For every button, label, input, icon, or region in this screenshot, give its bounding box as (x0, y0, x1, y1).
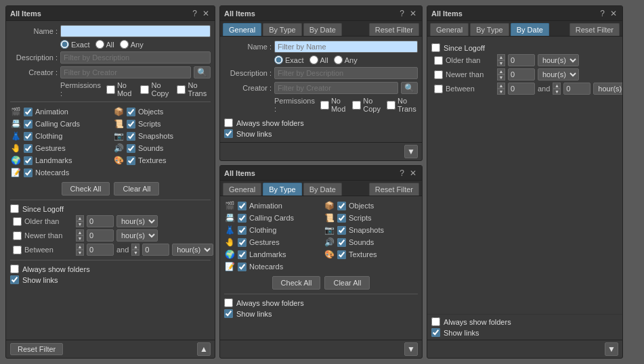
panel1-newer-than-checkbox[interactable] (13, 231, 22, 240)
panel1-show-links-checkbox[interactable] (10, 275, 19, 284)
tab-bytype-bydate[interactable]: By Date (303, 183, 342, 196)
panel2-show-links-checkbox[interactable] (224, 129, 233, 138)
panel3-between-down2[interactable]: ▼ (553, 89, 561, 95)
panel3-older-input[interactable] (508, 54, 535, 66)
panel2-cat-objects-checkbox[interactable] (337, 202, 346, 210)
panel2-cat-textures-checkbox[interactable] (337, 250, 346, 259)
panel3-between-input2[interactable] (563, 83, 591, 95)
panel2-cat-calling-cards[interactable]: 📇 Calling Cards (224, 212, 318, 223)
panel2-cat-gestures-checkbox[interactable] (238, 238, 246, 247)
panel1-cat-textures-checkbox[interactable] (127, 156, 135, 165)
panel1-radio-exact[interactable]: Exact (60, 40, 90, 49)
panel2-cat-notecards-checkbox[interactable] (238, 263, 246, 271)
panel3-between-up1[interactable]: ▲ (497, 83, 505, 89)
tab-general-bytype[interactable]: By Type (263, 23, 302, 36)
panel3-newer-hours-select[interactable]: hour(s) (538, 68, 579, 81)
panel1-between-checkbox[interactable] (13, 246, 22, 254)
panel2-always-show-checkbox[interactable] (224, 118, 233, 127)
panel1-help-button[interactable]: ? (191, 9, 198, 18)
panel2-nocopy-label[interactable]: No Copy (352, 97, 383, 113)
panel2-general-help-button[interactable]: ? (398, 9, 406, 18)
panel1-since-logoff-checkbox[interactable] (10, 204, 19, 213)
panel1-check-all-button[interactable]: Check All (62, 182, 110, 196)
panel1-between-hours-select[interactable]: hour(s) (172, 244, 213, 256)
panel2-cat-calling-checkbox[interactable] (238, 214, 246, 223)
panel2-cat-sounds[interactable]: 🔊 Sounds (324, 237, 418, 248)
panel2-cat-textures[interactable]: 🎨 Textures (324, 249, 418, 260)
panel1-cat-animation-checkbox[interactable] (24, 108, 33, 116)
tab-bytype-reset[interactable]: Reset Filter (369, 183, 419, 196)
panel1-between-up1[interactable]: ▲ (76, 244, 84, 250)
panel3-between-input1[interactable] (508, 83, 535, 95)
panel1-older-than-checkbox[interactable] (13, 217, 22, 226)
panel2-cat-animation[interactable]: 🎬 Animation (224, 200, 318, 211)
panel1-reset-filter-button[interactable]: Reset Filter (10, 343, 63, 355)
panel1-cat-scripts-checkbox[interactable] (127, 120, 135, 129)
panel3-older-than-checkbox[interactable] (434, 56, 443, 65)
panel1-description-input[interactable] (60, 51, 211, 64)
panel2-cat-landmarks-checkbox[interactable] (238, 250, 246, 259)
panel1-radio-all[interactable]: All (95, 40, 114, 49)
panel3-older-up[interactable]: ▲ (497, 54, 505, 60)
panel1-cat-gestures-checkbox[interactable] (24, 144, 33, 153)
panel1-cat-notecards-checkbox[interactable] (24, 168, 33, 177)
panel2-description-input[interactable] (274, 67, 418, 79)
panel1-radio-any[interactable]: Any (120, 40, 144, 49)
panel2-cat-snapshots-checkbox[interactable] (337, 226, 346, 235)
panel1-older-input[interactable] (87, 215, 114, 227)
panel1-collapse-button[interactable]: ▲ (197, 342, 211, 356)
tab-bydate-bydate[interactable]: By Date (511, 23, 549, 36)
panel2-cat-scripts-checkbox[interactable] (337, 214, 346, 223)
panel1-cat-calling-checkbox[interactable] (24, 120, 33, 129)
panel1-close-button[interactable]: ✕ (201, 9, 211, 18)
tab-bydate-bytype[interactable]: By Type (470, 23, 509, 36)
panel3-always-show-checkbox[interactable] (431, 317, 440, 326)
panel1-nomod-label[interactable]: No Mod (106, 81, 137, 97)
panel2-check-all-button[interactable]: Check All (272, 276, 321, 290)
panel3-between-down1[interactable]: ▼ (497, 89, 505, 95)
panel1-notrans-label[interactable]: No Trans (177, 81, 211, 97)
panel1-between-input2[interactable] (142, 244, 169, 256)
panel2-name-input[interactable] (274, 41, 418, 53)
panel1-between-up2[interactable]: ▲ (131, 244, 139, 250)
panel3-newer-up[interactable]: ▲ (497, 68, 505, 74)
panel1-search-button[interactable]: 🔍 (194, 66, 211, 78)
panel2-notrans-label[interactable]: No Trans (387, 97, 418, 113)
panel2-bytype-collapse-button[interactable]: ▼ (404, 342, 418, 356)
panel1-nocopy-label[interactable]: No Copy (140, 81, 173, 97)
tab-bytype-general[interactable]: General (223, 183, 261, 196)
panel1-cat-scripts[interactable]: 📜 Scripts (113, 118, 211, 129)
panel1-cat-landmarks[interactable]: 🌍 Landmarks (10, 155, 108, 166)
panel3-between-hours-select[interactable]: hour(s) (593, 83, 622, 95)
panel1-clear-all-button[interactable]: Clear All (114, 182, 159, 196)
panel1-newer-input[interactable] (87, 229, 114, 242)
panel3-since-logoff-checkbox[interactable] (431, 43, 440, 52)
panel2-radio-exact[interactable]: Exact (274, 55, 304, 64)
panel2-bytype-help-button[interactable]: ? (398, 168, 406, 178)
panel2-cat-gestures[interactable]: 🤚 Gestures (224, 237, 318, 248)
panel1-cat-gestures[interactable]: 🤚 Gestures (10, 143, 108, 154)
panel1-newer-up[interactable]: ▲ (76, 229, 84, 235)
panel2-general-collapse-button[interactable]: ▼ (404, 145, 418, 158)
panel2-cat-clothing-checkbox[interactable] (238, 226, 246, 235)
tab-general-bydate[interactable]: By Date (303, 23, 342, 36)
panel1-nocopy-checkbox[interactable] (140, 85, 149, 94)
panel1-newer-down[interactable]: ▼ (76, 235, 84, 242)
panel2-cat-clothing[interactable]: 👗 Clothing (224, 225, 318, 235)
panel1-cat-clothing-checkbox[interactable] (24, 132, 33, 141)
panel2-radio-any[interactable]: Any (334, 55, 358, 64)
panel3-newer-input[interactable] (508, 68, 535, 81)
panel1-name-input[interactable] (60, 25, 211, 37)
panel2-cat-animation-checkbox[interactable] (238, 202, 246, 210)
panel2-creator-input[interactable] (274, 82, 398, 94)
panel3-older-hours-select[interactable]: hour(s) (538, 54, 579, 66)
panel3-help-button[interactable]: ? (599, 9, 606, 18)
panel1-creator-input[interactable] (60, 66, 191, 78)
panel2-cat-objects[interactable]: 📦 Objects (324, 200, 418, 211)
panel2-nomod-label[interactable]: No Mod (320, 97, 348, 113)
panel3-between-checkbox[interactable] (434, 85, 443, 93)
panel3-older-down[interactable]: ▼ (497, 60, 505, 66)
panel1-older-hours-select[interactable]: hour(s) (116, 215, 158, 227)
panel2-bytype-show-links-checkbox[interactable] (224, 309, 233, 318)
panel1-between-input1[interactable] (87, 244, 114, 256)
